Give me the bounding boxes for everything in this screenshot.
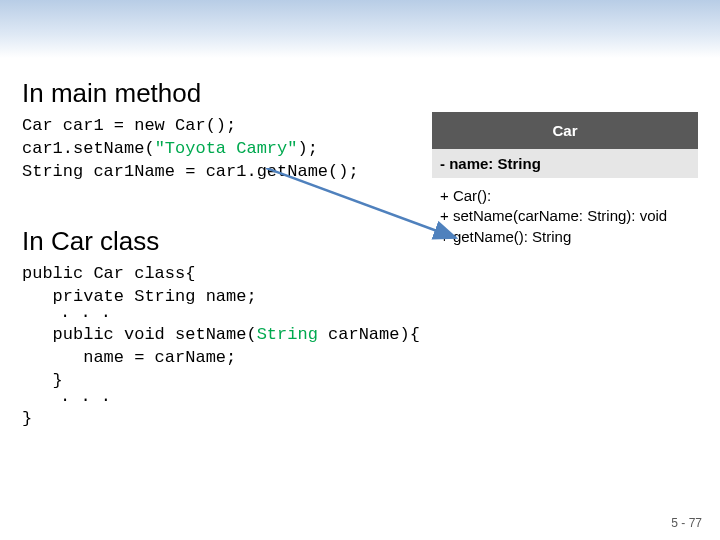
type-name: String	[257, 325, 318, 344]
code-car-class-end: }	[22, 408, 698, 431]
code-line-part: car1.setName(	[22, 139, 155, 158]
code-line-part: );	[297, 139, 317, 158]
uml-class-name: Car	[432, 112, 698, 149]
uml-operations: + Car(): + setName(carName: String): voi…	[432, 178, 698, 251]
uml-class-box: Car - name: String + Car(): + setName(ca…	[432, 112, 698, 251]
code-setname: public void setName(String carName){ nam…	[22, 324, 698, 393]
code-line-part: carName){	[318, 325, 420, 344]
code-line: }	[22, 371, 63, 390]
uml-op: + Car():	[440, 186, 690, 206]
code-line: }	[22, 409, 32, 428]
ellipsis: . . .	[60, 387, 698, 406]
code-line-part: public void setName(	[22, 325, 257, 344]
code-line: public Car class{	[22, 264, 195, 283]
slide-number: 5 - 77	[671, 516, 702, 530]
code-line: private String name;	[22, 287, 257, 306]
code-line: Car car1 = new Car();	[22, 116, 236, 135]
uml-attributes: - name: String	[432, 149, 698, 178]
code-line: name = carName;	[22, 348, 236, 367]
string-literal: "Toyota Camry"	[155, 139, 298, 158]
heading-main-method: In main method	[22, 78, 698, 109]
uml-op: + setName(carName: String): void	[440, 206, 690, 226]
uml-op: + getName(): String	[440, 227, 690, 247]
code-line: String car1Name = car1.getName();	[22, 162, 359, 181]
gradient-header	[0, 0, 720, 58]
